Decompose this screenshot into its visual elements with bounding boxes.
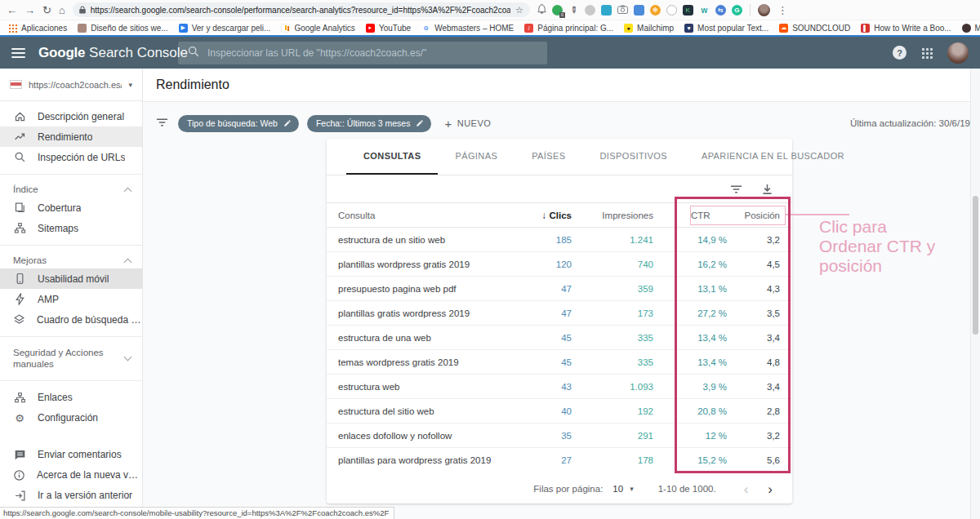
screenshot-camera-icon[interactable]: [617, 2, 628, 17]
colorzilla-icon[interactable]: ✻: [650, 5, 661, 16]
sidebar-item-sitemaps[interactable]: Sitemaps: [0, 218, 142, 238]
url-inspection-searchbox[interactable]: [178, 42, 547, 64]
query-cell[interactable]: estructura web: [327, 382, 498, 392]
filter-chip-date[interactable]: Fecha:: Últimos 3 meses: [307, 115, 432, 132]
forward-icon[interactable]: →: [24, 5, 35, 16]
filter-chip-search-type[interactable]: Tipo de búsqueda: Web: [178, 115, 299, 132]
sidebar-item-sitelinks-searchbox[interactable]: Cuadro de búsqueda de enlaces...: [0, 309, 142, 330]
bookmark[interactable]: ☁SOUNDCLOUD: [779, 24, 850, 33]
help-icon[interactable]: ?: [893, 46, 906, 60]
tab-queries[interactable]: CONSULTAS: [346, 139, 438, 175]
sidebar-item-go-to-old-version[interactable]: Ir a la versión anterior: [0, 486, 142, 506]
search-input[interactable]: [207, 47, 537, 59]
twitter-icon[interactable]: [601, 5, 612, 16]
antivirus-shield-icon[interactable]: 0: [552, 5, 563, 16]
evernote-icon[interactable]: K: [683, 5, 693, 16]
filter-funnel-icon[interactable]: [156, 116, 168, 131]
column-header-ctr[interactable]: CTR: [653, 211, 727, 220]
new-filter-button[interactable]: + NUEVO: [444, 117, 491, 131]
sidebar-item-amp[interactable]: AMP: [0, 289, 142, 309]
section-index[interactable]: Índice: [0, 181, 142, 197]
sidebar-item-url-inspection[interactable]: Inspección de URLs: [0, 147, 142, 167]
query-cell[interactable]: estructura del sitio web: [327, 406, 498, 416]
browser-profile-avatar[interactable]: [758, 4, 770, 16]
column-header-position[interactable]: Posición: [727, 211, 780, 220]
sidebar-item-overview[interactable]: Descripción general: [0, 106, 142, 126]
bookmark[interactable]: Google Analytics: [281, 24, 355, 33]
tab-search-appearance[interactable]: APARIENCIA EN EL BUSCADOR: [684, 139, 862, 175]
table-row[interactable]: enlaces dofollow y nofollow 35 291 12 % …: [327, 424, 792, 448]
bookmark-apps[interactable]: Aplicaciones: [8, 24, 67, 33]
table-row[interactable]: plantillas gratis wordpress 2019 47 173 …: [327, 301, 792, 326]
column-header-impressions[interactable]: Impresiones: [572, 211, 653, 220]
query-cell[interactable]: plantillas gratis wordpress 2019: [327, 308, 498, 318]
bookmark[interactable]: MAILCHIMG RSS C...: [962, 24, 980, 33]
download-icon[interactable]: [762, 184, 773, 195]
bookmark[interactable]: ▸YouTube: [366, 24, 411, 33]
notifications-icon[interactable]: [537, 2, 546, 17]
tab-devices[interactable]: DISPOSITIVOS: [582, 139, 684, 175]
card-tool-icon[interactable]: [634, 5, 644, 16]
sidebar-item-about-new-version[interactable]: Acerca de la nueva versión: [0, 465, 142, 486]
bookmark[interactable]: ▶Ver y descargar peli...: [179, 24, 271, 33]
property-selector[interactable]: https://coach2coach.es/ ▾: [0, 69, 142, 101]
query-cell[interactable]: estructura de un sitio web: [327, 235, 498, 245]
section-security[interactable]: Seguridad y Acciones manuales: [0, 344, 142, 374]
address-bar[interactable]: https://search.google.com/search-console…: [73, 2, 530, 17]
tab-pages[interactable]: PÁGINAS: [438, 139, 514, 175]
rows-per-page-value[interactable]: 10: [612, 484, 623, 494]
bookmark-star-icon[interactable]: ☆: [515, 5, 523, 16]
section-improvements[interactable]: Mejoras: [0, 252, 142, 268]
table-filter-icon[interactable]: [730, 184, 742, 194]
next-page-icon[interactable]: ›: [761, 482, 779, 496]
loom-icon[interactable]: [666, 5, 677, 16]
hamburger-menu-icon[interactable]: [11, 46, 25, 60]
browser-menu-icon[interactable]: ⋮: [777, 5, 788, 16]
table-row[interactable]: estructura web 43 1.093 3,9 % 3,4: [327, 375, 792, 399]
sidebar-item-coverage[interactable]: Cobertura: [0, 197, 142, 218]
bookmark[interactable]: /Página principal: G...: [524, 24, 613, 33]
table-row[interactable]: estructura del sitio web 40 192 20,8 % 2…: [327, 399, 792, 424]
query-cell[interactable]: plantillas para wordpress gratis 2019: [327, 455, 498, 465]
bookmark[interactable]: Diseño de sitios we...: [78, 24, 168, 33]
sidebar-item-links[interactable]: Enlaces: [0, 388, 142, 408]
query-cell[interactable]: estructura de una web: [327, 333, 498, 343]
sidebar-item-performance[interactable]: Rendimiento: [0, 126, 142, 147]
color-picker-icon[interactable]: ✎: [566, 2, 581, 17]
previous-page-icon[interactable]: ‹: [737, 482, 755, 496]
rows-per-page-caret-icon[interactable]: ▾: [630, 485, 634, 493]
query-cell[interactable]: presupuesto pagina web pdf: [327, 284, 498, 294]
query-cell[interactable]: enlaces dofollow y nofollow: [327, 431, 498, 441]
sidebar-item-send-feedback[interactable]: Enviar comentarios: [0, 445, 142, 465]
query-cell[interactable]: plantillas wordpress gratis 2019: [327, 260, 498, 269]
reload-icon[interactable]: ↻: [42, 5, 51, 16]
tab-countries[interactable]: PAÍSES: [514, 139, 582, 175]
home-icon[interactable]: ⌂: [59, 5, 65, 16]
app-logo[interactable]: Google Search Console: [38, 45, 188, 61]
table-row[interactable]: plantillas para wordpress gratis 2019 27…: [327, 448, 792, 472]
column-header-clicks[interactable]: ↓ Clics: [498, 211, 572, 220]
disabled-extension-icon[interactable]: [585, 5, 595, 16]
table-row[interactable]: plantillas wordpress gratis 2019 120 740…: [327, 252, 792, 277]
back-icon[interactable]: ←: [7, 5, 17, 16]
scrollbar-track[interactable]: [970, 69, 980, 519]
column-header-query[interactable]: Consulta: [327, 211, 498, 220]
ctr-cell: 13,1 %: [653, 284, 727, 294]
bookmark[interactable]: ♥Most popular Text...: [684, 24, 768, 33]
sync-translate-icon[interactable]: ⇆: [715, 5, 726, 16]
bookmark[interactable]: ▌How to Write a Boo...: [861, 24, 951, 33]
grammarly-icon[interactable]: G: [732, 5, 742, 16]
bookmark[interactable]: GWebmasters – HOME: [421, 24, 514, 33]
table-row[interactable]: estructura de una web 45 335 13,4 % 3,4: [327, 326, 792, 350]
query-cell[interactable]: temas wordpress gratis 2019: [327, 357, 498, 367]
table-row[interactable]: temas wordpress gratis 2019 45 335 13,4 …: [327, 350, 792, 375]
wave-icon[interactable]: w: [699, 5, 710, 16]
sidebar-item-settings[interactable]: ⚙ Configuración: [0, 408, 142, 428]
table-row[interactable]: estructura de un sitio web 185 1.241 14,…: [327, 228, 792, 252]
account-avatar[interactable]: [947, 42, 969, 64]
scrollbar-thumb[interactable]: [973, 196, 978, 335]
google-apps-icon[interactable]: [921, 47, 933, 59]
sidebar-item-mobile-usability[interactable]: Usabilidad móvil: [0, 268, 142, 289]
bookmark[interactable]: ●Mailchimp: [624, 24, 674, 33]
table-row[interactable]: presupuesto pagina web pdf 47 359 13,1 %…: [327, 277, 792, 301]
